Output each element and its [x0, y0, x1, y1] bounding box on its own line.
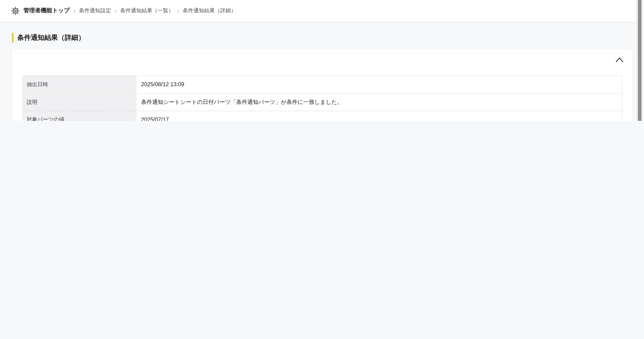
alert-detail-card: 資格の有効期限（1年前）アラート 抽出日時2025/08/12 13:09 説明… [12, 49, 632, 121]
table-row: 説明条件通知シートシートの日付パーツ「条件通知パーツ」が条件に一致しました。 [23, 93, 622, 111]
detail-value: 条件通知シートシートの日付パーツ「条件通知パーツ」が条件に一致しました。 [136, 93, 622, 111]
collapse-button[interactable] [614, 56, 625, 64]
breadcrumb-root[interactable]: 管理者機能トップ [24, 7, 70, 14]
chevron-up-icon [616, 57, 623, 62]
page-title: 条件通知結果（詳細） [12, 33, 85, 43]
vertical-scrollbar-thumb[interactable] [638, 0, 642, 121]
detail-label: 対象パーツの値 [23, 111, 136, 121]
breadcrumb-link-results-detail[interactable]: 条件通知結果（詳細） [183, 7, 236, 14]
breadcrumb-link-results-list[interactable]: 条件通知結果（一覧） [120, 7, 174, 14]
detail-label: 抽出日時 [23, 76, 136, 93]
breadcrumb-link-settings[interactable]: 条件通知設定 [79, 7, 111, 14]
vertical-scrollbar[interactable] [636, 0, 644, 121]
table-row: 抽出日時2025/08/12 13:09 [23, 76, 622, 93]
page-title-text: 条件通知結果（詳細） [17, 33, 85, 42]
breadcrumb-separator: › [177, 7, 179, 15]
table-row: 対象パーツの値2025/07/17 [23, 111, 622, 121]
detail-value: 2025/07/17 [136, 111, 622, 121]
title-accent-bar [12, 33, 14, 43]
breadcrumb: 管理者機能トップ › 条件通知設定 › 条件通知結果（一覧） › 条件通知結果（… [0, 0, 644, 22]
detail-label: 説明 [23, 93, 136, 111]
breadcrumb-separator: › [115, 7, 116, 15]
breadcrumb-separator: › [74, 7, 75, 15]
app-window: 管理者機能トップ › 条件通知設定 › 条件通知結果（一覧） › 条件通知結果（… [0, 0, 644, 121]
gear-icon [11, 6, 20, 15]
alert-detail-table: 抽出日時2025/08/12 13:09 説明条件通知シートシートの日付パーツ「… [22, 76, 622, 121]
detail-value: 2025/08/12 13:09 [136, 76, 622, 93]
